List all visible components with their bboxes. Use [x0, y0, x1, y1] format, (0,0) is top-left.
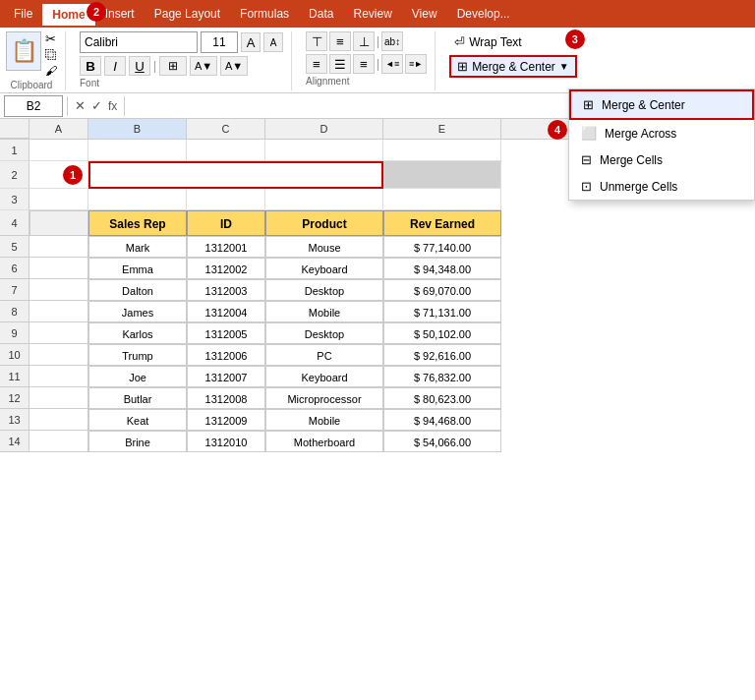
cell-a13[interactable]	[29, 409, 88, 431]
cell-a9[interactable]	[29, 322, 88, 344]
font-size-input[interactable]	[201, 31, 238, 53]
page-layout-menu[interactable]: Page Layout	[145, 3, 230, 25]
cell-a12[interactable]	[29, 387, 88, 409]
cut-button[interactable]: ✂	[45, 31, 57, 46]
cell-C8[interactable]: 1312004	[187, 301, 265, 322]
underline-button[interactable]: U	[129, 56, 150, 76]
font-color-button[interactable]: A▼	[220, 56, 248, 76]
font-name-input[interactable]	[80, 31, 198, 53]
cell-e1[interactable]	[383, 140, 501, 161]
cell-C11[interactable]: 1312007	[187, 366, 265, 387]
cell-E13[interactable]: $ 94,468.00	[383, 409, 501, 431]
cell-a4[interactable]	[29, 210, 88, 236]
insert-function-icon[interactable]: fx	[105, 99, 120, 113]
align-top-button[interactable]: ⊤	[306, 31, 327, 51]
cell-B5[interactable]: Mark	[88, 236, 187, 258]
align-center-button[interactable]: ☰	[329, 54, 351, 74]
cancel-formula-icon[interactable]: ✕	[72, 98, 88, 113]
cell-d3[interactable]	[265, 189, 383, 210]
file-menu[interactable]: File	[4, 3, 42, 25]
cell-D7[interactable]: Desktop	[265, 279, 383, 301]
cell-e2[interactable]	[383, 161, 501, 189]
cell-D9[interactable]: Desktop	[265, 322, 383, 344]
merged-cell-b2-d2[interactable]	[88, 161, 383, 189]
cell-C14[interactable]: 1312010	[187, 431, 265, 452]
cell-a7[interactable]	[29, 279, 88, 301]
bold-button[interactable]: B	[80, 56, 101, 76]
cell-C5[interactable]: 1312001	[187, 236, 265, 258]
cell-a1[interactable]	[29, 140, 88, 161]
cell-E14[interactable]: $ 54,066.00	[383, 431, 501, 452]
merge-center-label[interactable]: Merge & Center	[472, 60, 555, 74]
col-header-c[interactable]: C	[187, 119, 265, 139]
align-right-button[interactable]: ≡	[353, 54, 375, 74]
developer-menu[interactable]: Develop...	[447, 3, 520, 25]
cell-B11[interactable]: Joe	[88, 366, 187, 387]
cell-D11[interactable]: Keyboard	[265, 366, 383, 387]
cell-a11[interactable]	[29, 366, 88, 387]
cell-E11[interactable]: $ 76,832.00	[383, 366, 501, 387]
cell-b3[interactable]	[88, 189, 187, 210]
cell-a6[interactable]	[29, 258, 88, 279]
cell-e3[interactable]	[383, 189, 501, 210]
cell-E8[interactable]: $ 71,131.00	[383, 301, 501, 322]
align-left-button[interactable]: ≡	[306, 54, 327, 74]
cell-E10[interactable]: $ 92,616.00	[383, 344, 501, 366]
cell-B14[interactable]: Brine	[88, 431, 187, 452]
cell-C12[interactable]: 1312008	[187, 387, 265, 409]
cell-d4[interactable]: Product	[265, 210, 383, 236]
cell-B8[interactable]: James	[88, 301, 187, 322]
cell-reference-input[interactable]	[4, 95, 63, 117]
cell-D8[interactable]: Mobile	[265, 301, 383, 322]
cell-C10[interactable]: 1312006	[187, 344, 265, 366]
cell-E5[interactable]: $ 77,140.00	[383, 236, 501, 258]
confirm-formula-icon[interactable]: ✓	[88, 98, 105, 113]
cell-c4[interactable]: ID	[187, 210, 265, 236]
paste-button[interactable]: 📋	[6, 31, 41, 71]
cell-B10[interactable]: Trump	[88, 344, 187, 366]
wrap-text-label[interactable]: Wrap Text	[469, 35, 522, 49]
cell-B6[interactable]: Emma	[88, 258, 187, 279]
col-header-e[interactable]: E	[383, 119, 501, 139]
cell-D13[interactable]: Mobile	[265, 409, 383, 431]
format-painter-button[interactable]: 🖌	[45, 64, 57, 78]
merge-center-dropdown-arrow[interactable]: ▼	[559, 61, 569, 72]
col-header-b[interactable]: B	[88, 119, 187, 139]
cell-a3[interactable]	[29, 189, 88, 210]
copy-button[interactable]: ⿻	[45, 48, 57, 62]
col-header-a[interactable]: A	[29, 119, 88, 139]
cell-B9[interactable]: Karlos	[88, 322, 187, 344]
cell-d1[interactable]	[265, 140, 383, 161]
cell-D14[interactable]: Motherboard	[265, 431, 383, 452]
decrease-indent-button[interactable]: ◄≡	[381, 54, 403, 74]
cell-a8[interactable]	[29, 301, 88, 322]
cell-c1[interactable]	[187, 140, 265, 161]
cell-b1[interactable]	[88, 140, 187, 161]
cell-E12[interactable]: $ 80,623.00	[383, 387, 501, 409]
cell-c3[interactable]	[187, 189, 265, 210]
dropdown-merge-cells[interactable]: ⊟ Merge Cells	[569, 146, 754, 173]
review-menu[interactable]: Review	[343, 3, 401, 25]
cell-a10[interactable]	[29, 344, 88, 366]
borders-button[interactable]: ⊞	[159, 56, 187, 76]
cell-E6[interactable]: $ 94,348.00	[383, 258, 501, 279]
data-menu[interactable]: Data	[299, 3, 343, 25]
cell-a5[interactable]	[29, 236, 88, 258]
cell-B13[interactable]: Keat	[88, 409, 187, 431]
align-bottom-button[interactable]: ⊥	[353, 31, 375, 51]
cell-b4[interactable]: Sales Rep	[88, 210, 187, 236]
dropdown-merge-across[interactable]: ⬜ Merge Across	[569, 120, 754, 146]
cell-B12[interactable]: Butlar	[88, 387, 187, 409]
cell-D6[interactable]: Keyboard	[265, 258, 383, 279]
col-header-d[interactable]: D	[265, 119, 383, 139]
cell-C9[interactable]: 1312005	[187, 322, 265, 344]
increase-indent-button[interactable]: ≡►	[405, 54, 427, 74]
align-middle-button[interactable]: ≡	[329, 31, 351, 51]
cell-D10[interactable]: PC	[265, 344, 383, 366]
dropdown-merge-center[interactable]: ⊞ Merge & Center	[569, 89, 754, 120]
formulas-menu[interactable]: Formulas	[230, 3, 299, 25]
view-menu[interactable]: View	[402, 3, 447, 25]
cell-D12[interactable]: Microprocessor	[265, 387, 383, 409]
cell-C7[interactable]: 1312003	[187, 279, 265, 301]
italic-button[interactable]: I	[104, 56, 126, 76]
